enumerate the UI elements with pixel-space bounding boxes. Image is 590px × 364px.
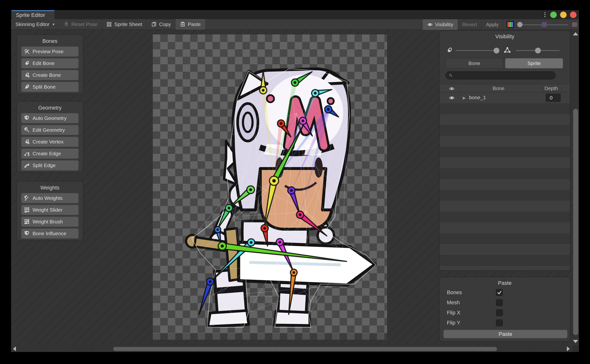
window-button-yellow[interactable]	[560, 12, 567, 18]
paste-apply-button[interactable]: Paste	[443, 330, 567, 338]
paste-button[interactable]: Paste	[175, 19, 205, 30]
bone-name: bone_1	[469, 95, 486, 100]
opacity-sliders	[440, 45, 570, 56]
create-edge-icon	[24, 150, 30, 157]
zoom-slider[interactable]	[517, 19, 568, 30]
weight-slider-button[interactable]: Weight Slider	[21, 205, 79, 215]
split-edge-button[interactable]: Split Edge	[21, 160, 79, 170]
flip-y-checkbox[interactable]	[496, 319, 503, 326]
visibility-panel: Visibility Bone Sprite Bone Depth ▶ bone…	[439, 30, 570, 271]
tab-bone[interactable]: Bone	[445, 58, 503, 68]
scrollbar-corner	[572, 346, 579, 352]
scroll-left-icon[interactable]	[13, 346, 16, 351]
sprite-sheet-button[interactable]: Sprite Sheet	[102, 19, 147, 30]
apply-button[interactable]: Apply	[482, 19, 503, 30]
window-button-red[interactable]	[570, 12, 577, 18]
split-bone-icon	[24, 84, 30, 90]
scroll-up-icon[interactable]	[573, 32, 578, 35]
visibility-button[interactable]: Visibility	[423, 19, 457, 30]
kebab-menu-icon[interactable]	[544, 12, 545, 17]
create-bone-button[interactable]: Create Bone	[21, 70, 79, 80]
preview-pose-icon	[24, 48, 30, 55]
panel-title: Bones	[17, 35, 83, 46]
weight-brush-icon	[24, 219, 30, 225]
search-input[interactable]	[445, 71, 556, 79]
bone-opacity-track[interactable]	[456, 50, 499, 51]
paste-option-flip-x: Flip X	[447, 309, 565, 317]
eye-icon[interactable]	[449, 95, 455, 101]
sprite-opacity-handle[interactable]	[535, 48, 541, 53]
mesh-icon	[504, 47, 511, 54]
panel-bones: BonesPreview PoseEdit BoneCreate BoneSpl…	[16, 34, 83, 94]
create-vertex-icon	[24, 139, 30, 145]
skinning-editor-button[interactable]: Skinning Editor▾	[11, 19, 59, 30]
paste-panel: Paste BonesMeshFlip XFlip Y Paste	[439, 277, 570, 342]
paste-option-flip-y: Flip Y	[447, 319, 565, 327]
sheet-icon	[106, 21, 112, 27]
auto-geometry-button[interactable]: Auto Geometry	[21, 113, 79, 123]
panel-title: Geometry	[17, 102, 83, 113]
copy-button[interactable]: Copy	[147, 19, 175, 30]
bone-opacity-handle[interactable]	[494, 48, 499, 53]
bone-influence-button[interactable]: Bone Influence	[21, 228, 79, 239]
column-depth: Depth	[544, 85, 558, 91]
weight-slider-icon	[24, 207, 30, 213]
copy-icon	[151, 21, 157, 27]
toolbar-left-group: Skinning Editor▾Reset PoseSprite SheetCo…	[11, 19, 205, 29]
tab-sprite-editor[interactable]: Sprite Editor	[12, 10, 54, 19]
edit-geometry-icon	[24, 127, 30, 133]
depth-input[interactable]: 0	[546, 94, 561, 102]
create-bone-icon	[24, 72, 30, 78]
split-bone-button[interactable]: Split Bone	[21, 82, 79, 92]
bone-icon	[446, 47, 453, 54]
bone-row[interactable]: ▶ bone_1 0	[440, 92, 570, 103]
toolbar: Skinning Editor▾Reset PoseSprite SheetCo…	[11, 19, 579, 30]
paste-panel-title: Paste	[440, 277, 570, 286]
create-edge-button[interactable]: Create Edge	[21, 149, 79, 159]
column-bone: Bone	[493, 85, 504, 91]
flip-x-checkbox[interactable]	[496, 309, 503, 316]
panel-weights: WeightsAuto WeightsWeight SliderWeight B…	[16, 181, 83, 241]
visibility-label: Visibility	[435, 22, 453, 27]
auto-geometry-icon	[24, 115, 30, 121]
edit-bone-icon	[24, 60, 30, 66]
create-vertex-button[interactable]: Create Vertex	[21, 137, 79, 147]
weight-brush-button[interactable]: Weight Brush	[21, 217, 79, 227]
reset-pose-button[interactable]: Reset Pose	[59, 19, 102, 30]
mipmap-icon	[572, 22, 577, 27]
bones-checkbox[interactable]	[496, 289, 503, 296]
split-edge-icon	[24, 162, 30, 169]
revert-button[interactable]: Revert	[458, 19, 482, 30]
panel-geometry: GeometryAuto GeometryEdit GeometryCreate…	[16, 101, 83, 173]
paste-option-mesh: Mesh	[447, 299, 565, 307]
window-button-green[interactable]	[550, 12, 557, 18]
preview-pose-button[interactable]: Preview Pose	[21, 46, 79, 57]
bone-table-header: Bone Depth	[440, 84, 570, 92]
eye-icon[interactable]	[449, 86, 455, 92]
paste-icon	[180, 21, 186, 27]
window-controls	[544, 10, 577, 19]
scroll-down-icon[interactable]	[573, 340, 578, 343]
horizontal-scrollbar-thumb[interactable]	[113, 347, 497, 351]
rgb-channels-icon[interactable]	[507, 21, 514, 28]
tab-title: Sprite Editor	[16, 12, 45, 18]
bone-list-empty-rows	[440, 103, 570, 270]
edit-bone-button[interactable]: Edit Bone	[21, 58, 79, 68]
tab-sprite[interactable]: Sprite	[505, 58, 563, 68]
mesh-checkbox[interactable]	[496, 299, 503, 306]
search-icon	[449, 73, 453, 78]
vertical-scrollbar-thumb[interactable]	[573, 109, 578, 335]
scroll-right-icon[interactable]	[567, 346, 570, 351]
mip-level-icon	[542, 22, 547, 27]
pose-icon	[63, 21, 69, 27]
zoom-slider-handle[interactable]	[517, 22, 523, 27]
expand-arrow-icon[interactable]: ▶	[463, 96, 466, 100]
paste-option-bones: Bones	[447, 288, 565, 297]
edit-geometry-button[interactable]: Edit Geometry	[21, 125, 79, 135]
panel-title: Weights	[17, 182, 83, 193]
toolbar-right-group: Visibility Revert Apply	[423, 19, 577, 30]
eye-icon	[427, 22, 433, 27]
chevron-down-icon: ▾	[53, 22, 54, 26]
auto-weights-button[interactable]: Auto Weights	[21, 193, 79, 203]
auto-weights-icon	[24, 195, 30, 201]
